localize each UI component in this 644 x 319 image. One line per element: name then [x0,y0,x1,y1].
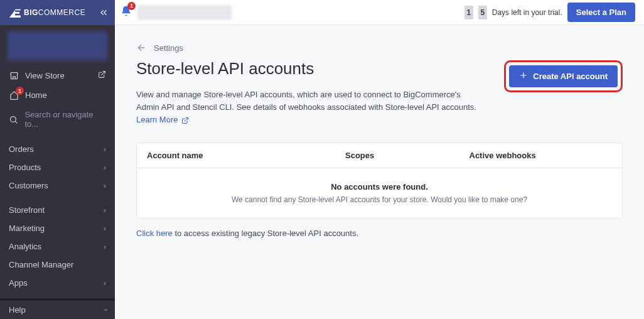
trial-notice: 1 5 Days left in your trial. Select a Pl… [464,3,635,22]
col-account-name: Account name [147,151,345,160]
create-account-highlight: Create API account [504,60,623,92]
sidebar-item-products[interactable]: Products› [0,158,115,176]
breadcrumb: Settings [136,43,623,53]
sidebar-item-analytics[interactable]: Analytics› [0,237,115,256]
plus-icon [519,71,528,82]
back-arrow-icon[interactable] [136,43,146,53]
trial-days-digit-1: 1 [464,6,473,19]
collapse-sidebar-icon[interactable] [99,8,109,18]
brand-bar: BIGCOMMERCE [0,0,115,25]
chevron-up-icon: › [100,308,109,311]
sidebar: BIGCOMMERCE View Store 1 [0,0,115,319]
sidebar-view-store-label: View Store [25,71,65,80]
sidebar-menu: Orders› Products› Customers› Storefront›… [0,140,115,301]
home-icon: 1 [9,90,19,100]
empty-subtitle: We cannot find any Store-level API accou… [147,195,612,204]
svg-point-1 [11,116,16,122]
storefront-icon [9,71,19,80]
learn-more-link[interactable]: Learn More [136,115,189,124]
external-link-icon [98,70,106,80]
legacy-notice: Click here to access existing legacy Sto… [136,229,623,238]
sidebar-item-apps[interactable]: Apps› [0,274,115,292]
table-head: Account name Scopes Active webhooks [137,143,622,168]
chevron-right-icon: › [104,278,106,288]
sidebar-home-label: Home [25,90,47,100]
trial-text: Days left in your trial. [492,8,562,17]
legacy-link[interactable]: Click here [136,229,173,238]
chevron-right-icon: › [104,144,106,154]
sidebar-item-orders[interactable]: Orders› [0,140,115,158]
sidebar-item-customers[interactable]: Customers› [0,176,115,195]
brand-name: BIGCOMMERCE [24,8,85,17]
col-active-webhooks: Active webhooks [470,151,594,160]
chevron-right-icon: › [104,205,106,215]
topbar: 1 1 5 Days left in your trial. Select a … [115,0,644,25]
sidebar-search-placeholder: Search or navigate to... [24,110,106,129]
bigcommerce-logo-icon [8,8,21,18]
bell-badge: 1 [127,2,136,10]
accounts-table: Account name Scopes Active webhooks No a… [136,143,623,219]
sidebar-search[interactable]: Search or navigate to... [0,105,115,134]
chevron-right-icon: › [104,181,106,190]
svg-line-0 [101,72,105,75]
external-link-icon [181,117,189,124]
page-title: Store-level API accounts [136,59,485,78]
search-icon [9,115,18,124]
chevron-right-icon: › [104,242,106,251]
svg-line-4 [185,117,188,121]
svg-line-2 [16,121,18,123]
sidebar-item-channel-manager[interactable]: Channel Manager [0,256,115,274]
sidebar-view-store[interactable]: View Store [0,65,115,85]
main: 1 1 5 Days left in your trial. Select a … [115,0,644,319]
col-scopes: Scopes [345,151,470,160]
sidebar-home[interactable]: 1 Home [0,85,115,105]
content: Settings Store-level API accounts View a… [115,25,644,256]
sidebar-item-storefront[interactable]: Storefront› [0,201,115,219]
empty-title: No accounts were found. [147,182,612,192]
chevron-right-icon: › [104,224,106,233]
empty-state: No accounts were found. We cannot find a… [137,168,622,218]
notifications-bell[interactable]: 1 [120,5,132,20]
home-badge: 1 [16,87,24,95]
create-api-account-button[interactable]: Create API account [509,65,618,87]
sidebar-item-help[interactable]: Help › [0,301,115,319]
store-switcher[interactable] [8,31,107,60]
store-name-blur [137,5,232,20]
breadcrumb-label[interactable]: Settings [154,43,183,53]
select-plan-button[interactable]: Select a Plan [567,3,635,22]
trial-days-digit-2: 5 [478,6,487,19]
chevron-right-icon: › [104,163,106,172]
sidebar-item-marketing[interactable]: Marketing› [0,219,115,237]
brand-logo: BIGCOMMERCE [8,8,85,18]
page-description: View and manage Store-level API accounts… [136,89,485,126]
